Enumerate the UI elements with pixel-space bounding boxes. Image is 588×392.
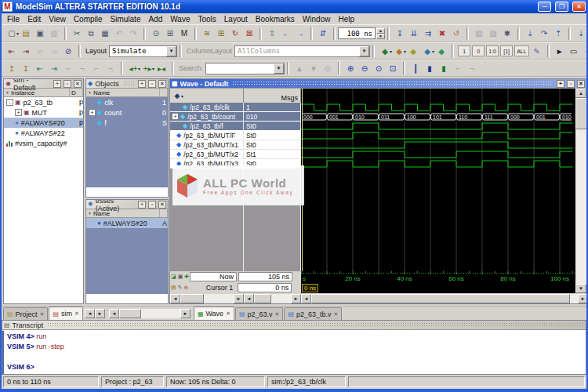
objects-column-value[interactable]	[160, 89, 168, 96]
format-brush-icon[interactable]: ✎	[530, 45, 544, 58]
wave-signal-count[interactable]: +◆/p2_63_tb/count	[170, 112, 243, 122]
close-icon[interactable]: ✕	[226, 310, 230, 317]
wave-cursor-track[interactable]: 0 ns	[301, 282, 575, 293]
chevron-down-icon[interactable]: ▼	[359, 46, 369, 56]
wave-signal-clk[interactable]: ◆/p2_63_tb/clk	[170, 103, 243, 112]
save-icon[interactable]: ▣	[33, 27, 47, 40]
scroll-right-icon[interactable]: ►	[291, 294, 301, 303]
processes-panel-popout-button[interactable]: +	[138, 201, 146, 209]
run-all-icon[interactable]: ⇉	[421, 27, 435, 40]
scroll-down-icon[interactable]: ▼	[575, 284, 586, 293]
menu-edit[interactable]: Edit	[24, 15, 45, 24]
scroll-left-icon[interactable]: ◄	[170, 294, 180, 303]
wave-panel-popout-button[interactable]: +	[557, 80, 564, 88]
compile-all-icon[interactable]: ⊞	[214, 27, 228, 40]
cursor-time-badge[interactable]: 0 ns	[302, 284, 318, 292]
wave-signal-f[interactable]: ◆/p2_63_tb/MUT/F	[170, 131, 243, 140]
menu-view[interactable]: View	[45, 15, 70, 24]
close-icon[interactable]: ✕	[275, 311, 280, 318]
run-continue-icon[interactable]: ⇊	[407, 27, 421, 40]
processes-column-name[interactable]: ▼Name	[86, 209, 160, 217]
stop-drawing-icon[interactable]: ✱	[500, 27, 514, 40]
modelsim-home-icon[interactable]: M	[177, 27, 191, 40]
menu-layout[interactable]: Layout	[220, 15, 252, 24]
scroll-left-icon[interactable]: ◄	[244, 294, 254, 303]
scroll-right-icon[interactable]: ►	[234, 294, 244, 303]
select-mode-icon[interactable]: ►	[553, 45, 567, 58]
environment-back-icon[interactable]: ←	[279, 27, 293, 40]
zoom-full-icon[interactable]: ⊙	[372, 62, 386, 75]
sim-panel-close-button[interactable]: ✕	[74, 80, 82, 88]
lock-cursor-icon[interactable]: ▤	[171, 285, 176, 291]
step-over-icon[interactable]: ↷	[537, 27, 551, 40]
transcript-body[interactable]: VSIM 4> runVSIM 5> run -stepVSIM 6>	[2, 331, 586, 374]
sim-column-instance[interactable]: ▼Instance	[4, 89, 70, 96]
radix-octal-icon[interactable]: 0	[472, 45, 485, 56]
chevron-down-icon[interactable]: ▼	[166, 46, 176, 56]
wave-panel-drag-handle[interactable]	[232, 81, 553, 86]
tab-sim[interactable]: ▤sim✕	[49, 307, 82, 320]
sim-column-design-unit[interactable]: D	[70, 89, 83, 96]
transcript-drag-handle[interactable]	[47, 322, 583, 328]
objects-panel-popout-button[interactable]: +	[138, 80, 146, 88]
run-length-field[interactable]: 100 ns	[338, 27, 376, 39]
wave-signal-x1[interactable]: ◆/p2_63_tb/MUT/x1	[170, 140, 243, 150]
delete-cursor-icon[interactable]: ↧	[19, 62, 33, 75]
radix-binary-icon[interactable]: 1	[458, 45, 470, 56]
add-selected-to-window-icon[interactable]: ◆	[434, 45, 448, 58]
next-transition-icon[interactable]: ⇥	[47, 62, 61, 75]
break-simulation-icon[interactable]: ⊠	[242, 27, 256, 40]
wave-hscrollbar[interactable]: ◄ ►	[301, 293, 587, 304]
middle-hscrollbar[interactable]: ◄►	[109, 309, 191, 318]
add-cursor-icon[interactable]: ✚	[184, 274, 189, 280]
objects-column-name[interactable]: ▼Name	[86, 89, 160, 96]
sim-tree-item--always-22[interactable]: ●#ALWAYS#22	[4, 128, 83, 138]
show-markers-icon[interactable]: ▮	[437, 62, 451, 75]
menu-help[interactable]: Help	[334, 15, 358, 24]
wave-msgs-header[interactable]: Msgs	[244, 89, 301, 103]
tab-p2-63-v[interactable]: ▤p2_63.v✕	[235, 307, 283, 320]
processes-column-state[interactable]	[160, 209, 168, 217]
collapse-all-icon[interactable]: ⊞	[163, 27, 177, 40]
maximize-button[interactable]: ❐	[555, 2, 568, 12]
tabs-scroll-right-icon[interactable]: ►	[95, 309, 105, 318]
step-into-instance-icon[interactable]: ⇣	[574, 27, 586, 40]
tabs-scroll-left-icon[interactable]: ◄	[85, 309, 95, 318]
collapse-icon[interactable]: -	[6, 99, 13, 106]
menu-tools[interactable]: Tools	[194, 15, 220, 24]
object-item-clk[interactable]: ◆clk1	[86, 97, 168, 107]
columnlayout-combo[interactable]: AllColumns▼	[234, 45, 370, 57]
tab-p2-63-tb-v[interactable]: ▤p2_63_tb.v✕	[284, 307, 342, 320]
sim-tree-item-mut[interactable]: +▣MUTp	[4, 107, 83, 118]
menu-window[interactable]: Window	[299, 15, 335, 24]
copy-icon[interactable]: ⧉	[84, 27, 98, 40]
insert-cursor-icon[interactable]: ↥	[5, 62, 19, 75]
object-item-f[interactable]: ◆fS	[86, 118, 168, 128]
radix-hex-icon[interactable]: [1]	[500, 45, 513, 56]
wave-signal-f[interactable]: ◆/p2_63_tb/f	[170, 122, 243, 131]
processes-panel-maximize-button[interactable]: ▫	[148, 201, 156, 209]
menu-compile[interactable]: Compile	[70, 15, 107, 24]
run-icon[interactable]: ↧	[393, 27, 407, 40]
wave-panel-maximize-button[interactable]: ▫	[567, 80, 575, 88]
environment-up-icon[interactable]: ⇧	[265, 27, 279, 40]
find-last-cursor-icon[interactable]: ⇥	[19, 45, 33, 58]
step-into-icon[interactable]: ⇣	[523, 27, 537, 40]
menu-file[interactable]: File	[3, 15, 24, 24]
show-cursors-icon[interactable]: ┃	[408, 62, 423, 75]
prev-transition-icon[interactable]: ⇤	[33, 62, 47, 75]
add-to-log-icon[interactable]: ◆	[406, 45, 420, 58]
zoom-in-icon[interactable]: ⊕	[343, 62, 358, 75]
show-grid-icon[interactable]: ▮	[423, 62, 437, 75]
pan-mode-icon[interactable]: +	[581, 45, 586, 58]
menu-simulate[interactable]: Simulate	[107, 15, 145, 24]
values-hscrollbar[interactable]: ◄ ►	[244, 293, 301, 304]
stop-icon[interactable]: ✖	[435, 27, 449, 40]
wave-canvas[interactable]: 000001010011100101110111000001010	[301, 89, 575, 271]
menu-add[interactable]: Add	[144, 15, 166, 24]
minimize-button[interactable]: ─	[538, 2, 551, 12]
tab-wave[interactable]: ▦Wave✕	[194, 307, 234, 320]
step-out-icon[interactable]: ⇡	[551, 27, 565, 40]
menu-bookmarks[interactable]: Bookmarks	[252, 15, 299, 24]
radix-decimal-icon[interactable]: 1:0	[486, 45, 499, 56]
